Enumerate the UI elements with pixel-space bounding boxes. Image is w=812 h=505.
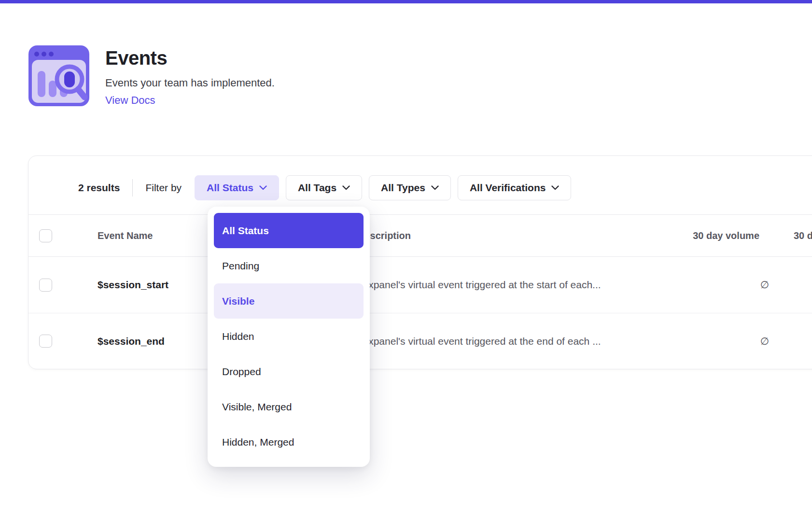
dropdown-item-visible-merged[interactable]: Visible, Merged: [214, 389, 364, 424]
filter-bar: 2 results Filter by All Status All Tags …: [28, 156, 812, 214]
row-checkbox[interactable]: [39, 335, 52, 348]
filter-by-label: Filter by: [145, 182, 182, 194]
filter-divider: [132, 179, 133, 196]
select-all-cell: [28, 229, 70, 242]
events-panel: 2 results Filter by All Status All Tags …: [28, 155, 812, 369]
filter-button-verifications-label: All Verifications: [470, 182, 546, 194]
select-all-checkbox[interactable]: [39, 229, 52, 242]
row-checkbox-cell: [28, 335, 70, 348]
dropdown-item-all-status[interactable]: All Status: [214, 213, 364, 248]
filter-button-status[interactable]: All Status: [195, 175, 279, 200]
event-description: Mixpanel's virtual event triggered at th…: [358, 279, 608, 291]
top-accent-bar: [0, 0, 812, 3]
row-checkbox-cell: [28, 279, 70, 292]
column-header-description[interactable]: Description: [358, 230, 608, 241]
view-docs-link[interactable]: View Docs: [105, 94, 155, 107]
dropdown-item-hidden-merged[interactable]: Hidden, Merged: [214, 424, 364, 460]
column-header-30-day-volume[interactable]: 30 day volume: [608, 230, 769, 241]
table-row[interactable]: $session_start Mixpanel's virtual event …: [28, 257, 812, 313]
event-30-day-volume: ∅: [608, 279, 769, 291]
results-count: 2 results: [78, 182, 120, 194]
dropdown-item-hidden[interactable]: Hidden: [214, 319, 364, 354]
row-checkbox[interactable]: [39, 279, 52, 292]
filter-button-types-label: All Types: [381, 182, 425, 194]
column-header-30d-secondary[interactable]: 30 d: [794, 230, 812, 241]
chevron-down-icon: [342, 185, 350, 190]
page-header: Events Events your team has implemented.…: [28, 45, 275, 107]
dropdown-item-visible[interactable]: Visible: [214, 283, 364, 319]
filter-button-status-label: All Status: [207, 182, 253, 194]
table-row[interactable]: $session_end Mixpanel's virtual event tr…: [28, 313, 812, 369]
chevron-down-icon: [551, 185, 559, 190]
chevron-down-icon: [259, 185, 267, 190]
table-header-row: Event Name Description 30 day volume 30 …: [28, 214, 812, 257]
dropdown-item-pending[interactable]: Pending: [214, 248, 364, 283]
events-app-icon: [28, 45, 89, 106]
dropdown-item-dropped[interactable]: Dropped: [214, 354, 364, 389]
filter-button-tags-label: All Tags: [298, 182, 336, 194]
filter-button-tags[interactable]: All Tags: [286, 175, 362, 200]
status-filter-dropdown: All Status Pending Visible Hidden Droppe…: [208, 207, 370, 467]
page-title: Events: [105, 47, 275, 69]
chevron-down-icon: [431, 185, 439, 190]
filter-button-verifications[interactable]: All Verifications: [458, 175, 572, 200]
filter-button-types[interactable]: All Types: [369, 175, 451, 200]
event-description: Mixpanel's virtual event triggered at th…: [358, 336, 608, 347]
event-30-day-volume: ∅: [608, 336, 769, 347]
page-subtitle: Events your team has implemented.: [105, 77, 275, 89]
